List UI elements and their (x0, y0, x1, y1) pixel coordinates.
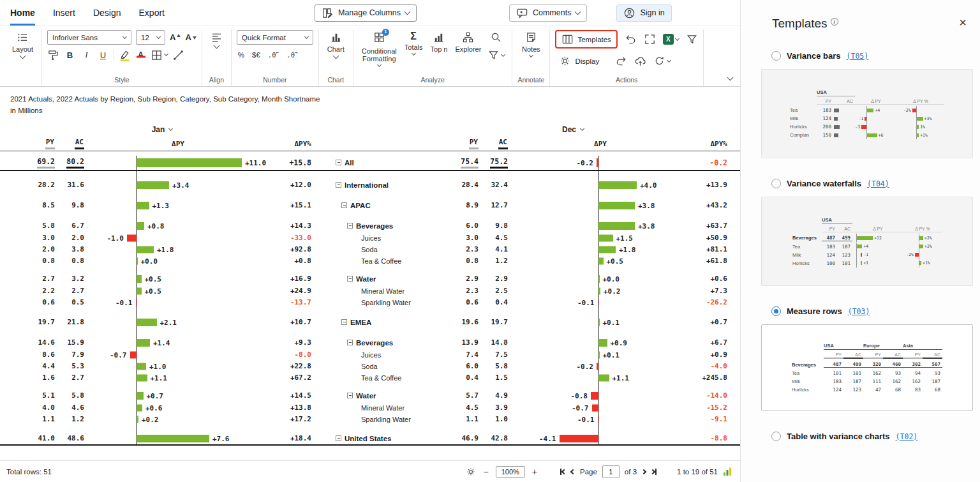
table-row[interactable]: 1.11.2+0.2+17.2Sparkling Water1.11.0-0.1… (0, 414, 740, 425)
funnel-icon[interactable] (686, 33, 698, 45)
collapse-toggle-icon[interactable] (336, 160, 341, 165)
filter-button[interactable] (487, 49, 505, 61)
template-code-link[interactable]: (T03) (848, 307, 870, 316)
zoom-level[interactable]: 100% (496, 466, 525, 478)
format-painter-icon[interactable] (47, 49, 59, 61)
quick-format-select[interactable]: Quick Format (237, 30, 313, 45)
layout-button[interactable]: Layout (9, 30, 36, 59)
collapse-toggle-icon[interactable] (336, 182, 341, 188)
first-page-button[interactable] (560, 469, 566, 475)
table-row[interactable]: 2.22.7+0.5+24.9Mineral Water2.32.5+0.2+7… (0, 285, 740, 297)
table-row[interactable]: 1.62.7+1.1+67.2Tea & Coffee0.41.5+1.1+24… (0, 372, 740, 384)
sign-in-button[interactable]: Sign in (616, 4, 671, 22)
table-row[interactable]: 5.15.8+0.7+14.5Water5.74.9-0.8-14.0 (0, 389, 740, 402)
radio-button[interactable] (771, 432, 781, 441)
font-size-select[interactable]: 12 (136, 30, 165, 45)
underline-button[interactable]: U (97, 49, 109, 61)
tab-insert[interactable]: Insert (53, 0, 75, 26)
collapse-toggle-icon[interactable] (336, 435, 341, 441)
tab-export[interactable]: Export (139, 0, 165, 26)
collapse-toggle-icon[interactable] (347, 223, 353, 229)
font-family-select[interactable]: Inforiver Sans (47, 30, 131, 45)
month-dec-dropdown[interactable]: Dec (442, 125, 730, 134)
manage-columns-button[interactable]: Manage Columns (315, 4, 417, 22)
align-button[interactable] (207, 30, 226, 49)
page-input[interactable] (602, 465, 620, 478)
template-preview-card[interactable]: USAPYACΔ PYΔ PY %Tea183+4-2%Milk124-1+3%… (761, 69, 973, 158)
table-row[interactable]: 69.280.2+11.0+15.8All75.475.2-0.2-0.2 (0, 156, 740, 171)
chart-button[interactable]: Chart (324, 30, 348, 59)
cloud-upload-icon[interactable] (634, 55, 646, 67)
template-code-link[interactable]: (T05) (847, 52, 869, 61)
close-icon[interactable]: × (959, 17, 967, 28)
font-color-icon[interactable]: A (135, 51, 146, 59)
table-row[interactable]: 28.231.6+3.4+12.0International28.432.4+4… (0, 179, 740, 192)
table-row[interactable]: 41.048.6+7.6+18.4United States46.942.8-4… (0, 433, 740, 446)
template-preview-card[interactable]: USAEuropeAsiaPYACPYACPYACBeverages487499… (761, 324, 973, 411)
zoom-out-button[interactable]: − (483, 467, 488, 477)
template-code-link[interactable]: (T04) (867, 179, 889, 188)
prev-page-button[interactable] (570, 469, 575, 474)
undo-icon[interactable] (625, 33, 637, 45)
totals-button[interactable]: Σ Totals (401, 30, 426, 56)
bold-button[interactable]: B (64, 49, 76, 61)
borders-button[interactable] (151, 49, 168, 61)
notes-button[interactable]: Notes (517, 30, 544, 58)
table-row[interactable]: 8.59.8+1.3+15.1APAC8.912.7+3.8+43.2 (0, 199, 740, 212)
info-icon[interactable]: i (831, 18, 838, 26)
template-option-t05[interactable]: Variance bars(T05) (761, 51, 973, 61)
table-row[interactable]: 0.60.5-0.1-13.7Sparkling Water0.60.4-0.1… (0, 297, 740, 308)
explorer-button[interactable]: Explorer (452, 30, 484, 55)
conditional-formatting-button[interactable]: 1 ConditionalFormatting (359, 30, 400, 68)
comments-button[interactable]: Comments (509, 4, 587, 22)
table-row[interactable]: 4.45.3+1.0+22.8Soda6.05.8-0.2-4.0 (0, 361, 740, 372)
table-row[interactable]: 14.615.9+1.4+9.3Beverages13.914.8+0.9+6.… (0, 336, 740, 349)
increase-decimal-button[interactable]: .0→ (286, 51, 297, 59)
ribbon-collapse-chevron[interactable] (727, 75, 734, 81)
collapse-toggle-icon[interactable] (347, 340, 353, 345)
table-row[interactable]: 5.86.7+0.8+14.3Beverages6.09.8+3.8+63.7 (0, 220, 740, 232)
decrease-decimal-button[interactable]: .0← (268, 51, 279, 59)
currency-format-button[interactable]: $€ (252, 51, 260, 59)
table-row[interactable]: 2.73.2+0.5+16.9Water2.92.9+0.0+0.6 (0, 273, 740, 285)
template-preview-card[interactable]: USAPYACΔ PYΔ PY %Beverages487499+12+2%Te… (761, 197, 973, 286)
tab-design[interactable]: Design (93, 0, 121, 26)
template-option-t04[interactable]: Variance waterfalls(T04) (761, 179, 973, 188)
templates-button[interactable]: Templates (555, 30, 617, 49)
next-page-button[interactable] (641, 469, 646, 474)
table-row[interactable]: 0.80.8+0.0+0.8Tea & Coffee0.81.2+0.5+61.… (0, 255, 740, 267)
template-option-t03[interactable]: Measure rows(T03) (761, 306, 973, 316)
collapse-toggle-icon[interactable] (347, 276, 353, 282)
top-n-button[interactable]: Top n (427, 30, 451, 55)
table-row[interactable]: 8.67.9-0.7-8.0Juices7.47.5+0.1+0.9 (0, 349, 740, 361)
redo-icon[interactable] (615, 55, 627, 67)
italic-button[interactable]: I (80, 49, 93, 61)
increase-font-button[interactable]: A (170, 33, 181, 42)
table-row[interactable]: 19.721.8+2.1+10.7EMEA19.619.7+0.1+0.7 (0, 316, 740, 329)
collapse-toggle-icon[interactable] (341, 319, 347, 325)
collapse-toggle-icon[interactable] (341, 202, 347, 208)
month-jan-dropdown[interactable]: Jan (10, 125, 314, 134)
last-page-button[interactable] (651, 469, 657, 475)
tab-home[interactable]: Home (10, 0, 35, 26)
radio-button[interactable] (771, 51, 781, 61)
percent-format-button[interactable]: % (238, 51, 244, 59)
gear-icon[interactable] (466, 467, 476, 477)
display-button[interactable]: Display (555, 53, 603, 69)
diagonal-line-icon[interactable] (172, 49, 184, 61)
template-option-t02[interactable]: Table with variance charts(T02) (761, 432, 973, 441)
template-code-link[interactable]: (T02) (896, 432, 918, 441)
table-row[interactable]: 3.02.0-1.0-33.0Juices3.04.5+1.5+50.9 (0, 232, 740, 244)
export-excel-button[interactable]: X (663, 34, 679, 45)
zoom-in-button[interactable]: + (532, 467, 537, 477)
highlight-color-icon[interactable] (119, 49, 131, 61)
collapse-toggle-icon[interactable] (347, 393, 353, 398)
refresh-button[interactable] (653, 55, 671, 67)
radio-button[interactable] (771, 179, 781, 188)
table-row[interactable]: 4.04.6+0.6+13.8Mineral Water4.53.9-0.7-1… (0, 402, 740, 414)
search-icon[interactable] (490, 31, 502, 43)
selection-icon[interactable] (644, 33, 656, 45)
radio-button[interactable] (771, 306, 781, 316)
decrease-font-button[interactable]: A (185, 33, 196, 42)
table-row[interactable]: 2.03.8+1.8+92.8Soda2.34.1+1.8+81.1 (0, 244, 740, 255)
